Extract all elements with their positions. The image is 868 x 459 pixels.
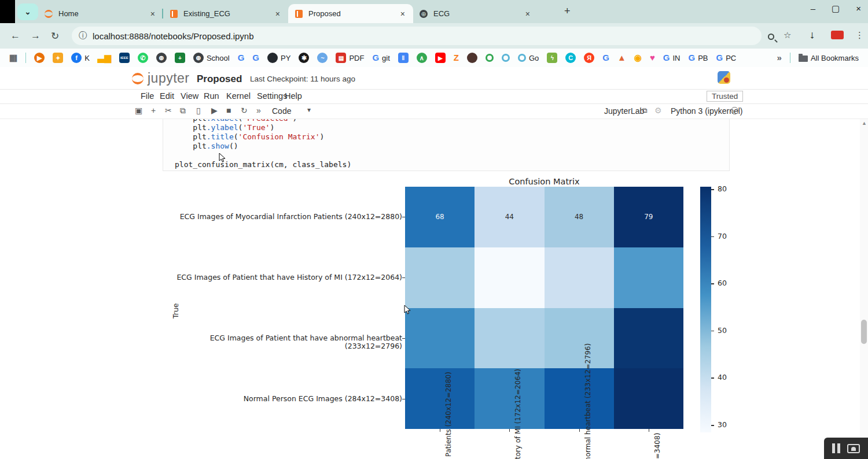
code-line: plt.title('Confusion Matrix') [175, 132, 351, 142]
page-scrollbar[interactable] [860, 119, 868, 459]
x-tick-0 [440, 429, 440, 432]
menu-file[interactable]: File [141, 91, 154, 101]
url-input[interactable]: ⓘ localhost:8888/notebooks/Proposed.ipyn… [72, 27, 762, 45]
cell-type-select[interactable]: Code [272, 106, 291, 116]
all-bookmarks-button[interactable]: All Bookmarks [799, 54, 859, 62]
maximize-button[interactable]: ▢ [832, 3, 840, 14]
bookmark-item-16[interactable]: ▤PDF [336, 53, 364, 63]
bookmark-item-14[interactable]: ✱ [299, 53, 309, 63]
browser-tab-home[interactable]: Home× [38, 4, 163, 23]
menu-help[interactable]: Help [285, 91, 302, 101]
open-jupyterlab-link[interactable]: JupyterLab [604, 106, 644, 116]
code-cell[interactable]: plt.xlabel('Predicted') plt.ylabel('True… [163, 119, 730, 171]
bookmark-item-5[interactable]: ▃▆ [98, 53, 111, 63]
bookmark-item-10[interactable]: ⊕School [193, 53, 230, 63]
colorbar-label-70: 70 [718, 232, 727, 240]
close-button[interactable]: × [856, 3, 861, 14]
bookmarks-overflow-button[interactable]: » [777, 53, 782, 63]
restart-run-all-icon[interactable]: » [256, 106, 261, 115]
bookmark-item-7[interactable]: ✆ [138, 53, 148, 63]
bookmark-favicon-icon: ▃▆ [98, 53, 111, 63]
bookmark-favicon-icon: G [716, 53, 723, 63]
run-cell-icon[interactable]: ▶ [211, 106, 218, 115]
bookmark-item-20[interactable]: ▶ [435, 53, 446, 63]
bookmark-item-6[interactable]: IEEE [119, 53, 130, 63]
tab-search-button[interactable]: ⌄ [17, 3, 38, 20]
tab-close-icon[interactable]: × [398, 9, 407, 18]
bookmark-item-21[interactable]: Z [454, 53, 459, 63]
browser-tab-proposed[interactable]: Proposed× [288, 4, 413, 23]
tab-close-icon[interactable]: × [273, 9, 282, 18]
tab-close-icon[interactable]: × [148, 9, 157, 18]
bookmark-item-13[interactable]: PY [267, 53, 290, 63]
bookmark-item-34[interactable]: GPB [689, 53, 708, 63]
bookmark-item-19[interactable]: ∧ [417, 53, 427, 63]
jupyter-logo[interactable]: jupyter [132, 71, 190, 86]
scrollbar-up-arrow[interactable]: ▲ [862, 120, 867, 126]
bookmark-item-33[interactable]: GIN [663, 53, 681, 63]
gear-icon[interactable]: ⚙ [654, 106, 662, 115]
bookmark-item-25[interactable]: Go [518, 54, 539, 62]
bookmark-item-23[interactable] [486, 54, 494, 62]
bookmark-item-9[interactable]: + [175, 53, 185, 63]
bookmark-label: PB [698, 54, 708, 62]
globe-favicon-icon: ⊕ [419, 9, 428, 18]
cut-cell-icon[interactable]: ✂ [165, 106, 172, 115]
bookmark-star-icon[interactable]: ☆ [784, 30, 791, 40]
paste-cell-icon[interactable]: ▯ [196, 106, 201, 115]
bookmark-item-18[interactable]: ‖ [398, 53, 409, 63]
mouse-cursor [219, 153, 228, 162]
back-button[interactable]: ← [10, 30, 20, 42]
copy-cell-icon[interactable]: ⧉ [180, 106, 186, 116]
new-tab-button[interactable]: + [564, 5, 571, 17]
bookmark-item-31[interactable]: ◉ [634, 53, 642, 63]
bookmark-item-35[interactable]: GPC [716, 53, 737, 63]
bookmark-item-2[interactable]: ▶ [34, 53, 45, 63]
bookmark-item-22[interactable] [467, 53, 477, 63]
site-info-icon[interactable]: ⓘ [79, 31, 87, 41]
trusted-badge[interactable]: Trusted [707, 91, 743, 102]
picture-in-picture-button[interactable] [847, 444, 860, 453]
restart-kernel-icon[interactable]: ↻ [241, 106, 248, 115]
bookmark-item-29[interactable]: G [602, 53, 609, 63]
save-icon[interactable]: ▣ [135, 106, 142, 115]
code-editor[interactable]: plt.xlabel('Predicted') plt.ylabel('True… [175, 119, 351, 169]
bookmark-item-17[interactable]: Ggit [372, 53, 389, 63]
pause-button[interactable] [832, 443, 840, 453]
stop-kernel-icon[interactable]: ■ [226, 106, 231, 115]
bookmark-item-3[interactable]: ✦ [53, 53, 63, 63]
bookmark-item-32[interactable]: ♥ [650, 53, 655, 63]
forward-button[interactable]: → [31, 30, 41, 42]
profile-icon[interactable] [718, 71, 730, 84]
zoom-icon[interactable] [768, 32, 774, 42]
bookmark-item-26[interactable]: ϟ [547, 53, 557, 63]
browser-tab-ecg[interactable]: ⊕ECG× [413, 4, 538, 23]
tab-close-icon[interactable]: × [523, 9, 532, 18]
extension-icon[interactable] [831, 31, 844, 39]
bookmark-item-24[interactable] [502, 54, 510, 62]
menu-kernel[interactable]: Kernel [226, 91, 251, 101]
minimize-button[interactable]: – [811, 3, 815, 14]
bookmark-item-0[interactable]: ▦ [9, 53, 17, 63]
scrollbar-thumb[interactable] [861, 320, 867, 344]
bookmark-item-11[interactable]: G [238, 53, 245, 63]
chevron-down-icon[interactable]: ▾ [307, 106, 311, 114]
bookmark-item-30[interactable]: ▲ [617, 53, 626, 63]
reload-button[interactable]: ↻ [51, 30, 59, 42]
browser-tab-existing_ecg[interactable]: Existing_ECG× [163, 4, 288, 23]
notebook-title[interactable]: Proposed [197, 73, 242, 85]
menu-edit[interactable]: Edit [160, 91, 174, 101]
insert-cell-icon[interactable]: + [151, 106, 156, 115]
menu-view[interactable]: View [181, 91, 198, 101]
checkpoint-status: Last Checkpoint: 11 hours ago [250, 75, 355, 83]
downloads-icon[interactable]: ⭣ [810, 30, 814, 40]
bookmark-item-15[interactable]: ~ [317, 53, 328, 63]
menu-settings[interactable]: Settings [257, 91, 287, 101]
bookmark-item-12[interactable]: G [252, 53, 259, 63]
bookmark-item-28[interactable]: Я [584, 53, 594, 63]
bookmark-item-27[interactable]: C [565, 53, 576, 63]
bookmark-item-8[interactable]: ⊕ [156, 53, 167, 63]
bookmark-item-4[interactable]: fK [71, 53, 90, 63]
menu-run[interactable]: Run [204, 91, 219, 101]
browser-menu-icon[interactable]: ⋮ [855, 30, 864, 40]
